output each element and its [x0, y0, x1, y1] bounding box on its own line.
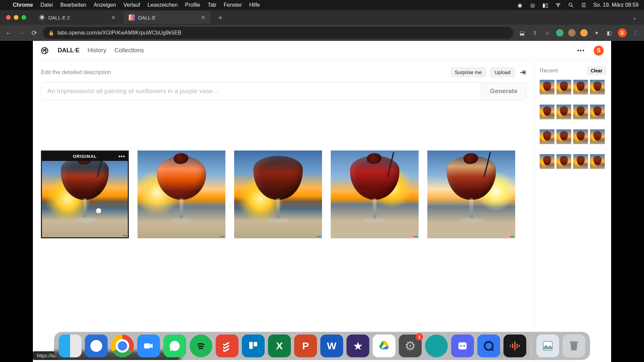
recent-thumb[interactable] [540, 154, 554, 169]
window-close-button[interactable] [6, 15, 11, 20]
prompt-input[interactable] [41, 82, 481, 100]
side-panel-icon[interactable]: ◧ [605, 29, 613, 37]
wifi-icon[interactable] [555, 2, 561, 8]
dock-chrome[interactable] [111, 335, 134, 357]
recent-thumb[interactable] [590, 154, 605, 169]
card-more-icon[interactable]: ••• [118, 154, 125, 160]
omnibox[interactable]: 🔒 labs.openai.com/e/XGIPrKwAM9KrpuWCbUg9… [43, 27, 513, 39]
menu-datei[interactable]: Datei [40, 2, 53, 8]
nav-dalle[interactable]: DALL·E [58, 47, 79, 54]
dock-powerpoint[interactable]: P [294, 335, 317, 357]
menu-profile[interactable]: Profile [185, 2, 200, 8]
nav-collections[interactable]: Collections [114, 47, 144, 54]
result-card-original[interactable]: ORIGINAL ••• [41, 150, 129, 238]
window-maximize-button[interactable] [21, 15, 26, 20]
recent-thumb[interactable] [556, 154, 571, 169]
dock-badge: 1 [416, 333, 423, 341]
menu-bearbeiten[interactable]: Bearbeiten [60, 2, 86, 8]
menu-tab[interactable]: Tab [208, 2, 216, 8]
recent-thumb[interactable] [540, 129, 554, 144]
recent-thumb[interactable] [556, 105, 571, 119]
result-card[interactable] [331, 150, 419, 238]
dock-todoist[interactable] [216, 335, 238, 357]
bookmark-star-icon[interactable]: ☆ [543, 29, 551, 37]
recent-thumb[interactable] [573, 80, 588, 95]
extension-icon[interactable] [580, 29, 588, 37]
menubar-clock[interactable]: So. 19. März 08:59 [593, 2, 639, 8]
menu-verlauf[interactable]: Verlauf [123, 2, 140, 8]
dock-zoom[interactable] [137, 335, 160, 357]
tab-dalle[interactable]: DALL·E ✕ [123, 11, 211, 24]
recent-row [540, 80, 606, 95]
browser-menu-icon[interactable]: ⋮ [631, 29, 639, 37]
header-more-icon[interactable]: ••• [577, 48, 585, 54]
dock-audio-app[interactable] [503, 335, 526, 357]
forward-button[interactable]: → [17, 29, 25, 37]
dock-quicktime[interactable] [477, 335, 500, 357]
recent-thumb[interactable] [556, 129, 571, 144]
new-tab-button[interactable]: ＋ [213, 12, 227, 22]
recent-thumb[interactable] [590, 80, 605, 95]
extension-icon[interactable] [568, 29, 576, 37]
recent-thumb[interactable] [573, 154, 588, 169]
profile-avatar[interactable]: S [618, 28, 627, 37]
install-app-icon[interactable]: ⬓ [518, 29, 526, 37]
recent-thumb[interactable] [556, 80, 571, 95]
dock-whatsapp[interactable] [163, 335, 186, 357]
recent-thumb[interactable] [590, 129, 605, 144]
recent-thumb[interactable] [590, 105, 605, 119]
result-card[interactable] [234, 150, 322, 238]
dock-app-teal[interactable] [425, 335, 448, 357]
svg-rect-11 [512, 344, 513, 348]
header-avatar[interactable]: S [594, 46, 604, 56]
svg-point-0 [558, 6, 558, 7]
menu-fenster[interactable]: Fenster [224, 2, 242, 8]
recent-thumb[interactable] [540, 80, 554, 95]
submit-arrow-icon[interactable] [519, 68, 527, 76]
dock-system-settings[interactable]: ⚙1 [399, 335, 422, 357]
tab-title: DALL·E [138, 15, 156, 20]
clear-button[interactable]: Clear [587, 66, 606, 75]
dock-imovie[interactable]: ★ [346, 335, 369, 357]
result-card[interactable] [427, 150, 515, 238]
record-icon[interactable]: ◉ [517, 2, 523, 8]
dock-discord[interactable] [451, 335, 474, 357]
nav-history[interactable]: History [88, 47, 106, 54]
tab-list-chevron-icon[interactable]: ⌄ [632, 14, 637, 21]
dock-preview[interactable] [536, 335, 559, 357]
result-card[interactable] [138, 150, 225, 238]
menubar-app-name[interactable]: Chrome [13, 2, 33, 8]
menu-hilfe[interactable]: Hilfe [249, 2, 260, 8]
recent-thumb[interactable] [540, 105, 554, 119]
tab-dalle2[interactable]: ✺ DALL·E 2 ✕ [34, 11, 121, 24]
dock-google-drive[interactable] [373, 335, 395, 357]
reload-button[interactable]: ⟳ [30, 29, 38, 37]
menu-lesezeichen[interactable]: Lesezeichen [148, 2, 178, 8]
dock-excel[interactable]: X [268, 335, 291, 357]
dock-finder[interactable] [59, 335, 82, 357]
battery-icon[interactable]: ▮▯ [542, 2, 548, 8]
menu-anzeigen[interactable]: Anzeigen [94, 2, 116, 8]
tab-close-icon[interactable]: ✕ [201, 14, 205, 21]
svg-point-8 [463, 345, 465, 347]
window-minimize-button[interactable] [14, 15, 18, 20]
recent-thumb[interactable] [573, 105, 588, 119]
upload-button[interactable]: Upload [490, 67, 515, 77]
control-center-icon[interactable]: ☰ [581, 2, 587, 8]
generate-button[interactable]: Generate [481, 82, 526, 100]
extensions-puzzle-icon[interactable]: ✦ [592, 29, 600, 37]
share-icon[interactable]: ⇧ [531, 29, 539, 37]
extension-shield-icon[interactable] [556, 29, 564, 37]
back-button[interactable]: ← [5, 29, 13, 37]
dock-safari[interactable] [85, 335, 108, 357]
dock-trash[interactable] [562, 335, 585, 357]
recent-thumb[interactable] [573, 129, 588, 144]
tab-close-icon[interactable]: ✕ [111, 14, 115, 21]
openai-logo-icon[interactable] [40, 46, 49, 55]
dock-trello[interactable] [242, 335, 265, 357]
dock-spotify[interactable] [190, 335, 212, 357]
screen-record-icon[interactable]: ◎ [530, 2, 536, 8]
spotlight-icon[interactable] [568, 2, 574, 8]
surprise-me-button[interactable]: Surprise me [450, 67, 487, 77]
dock-word[interactable]: W [320, 335, 343, 357]
